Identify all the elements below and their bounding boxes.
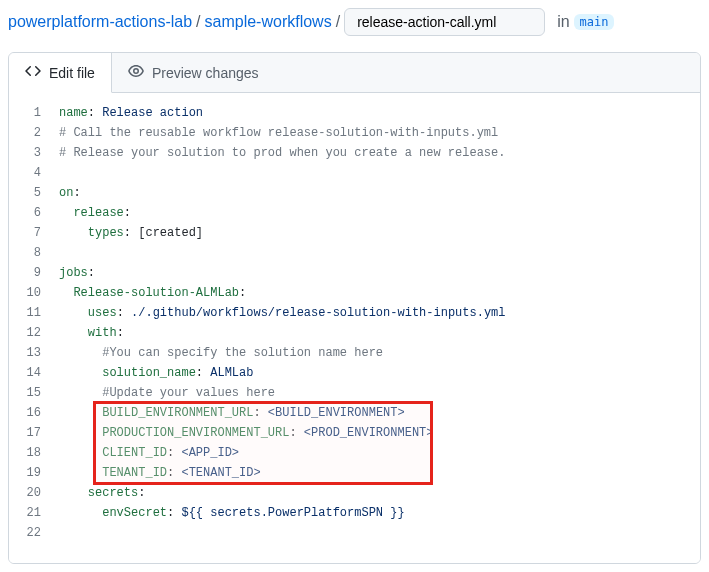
breadcrumb: powerplatform-actions-lab / sample-workf… xyxy=(8,8,701,36)
in-label: in xyxy=(557,13,569,31)
line-number: 5 xyxy=(9,183,41,203)
line-number: 19 xyxy=(9,463,41,483)
line-number: 18 xyxy=(9,443,41,463)
line-number: 9 xyxy=(9,263,41,283)
code-line: release: xyxy=(51,203,700,223)
tab-preview-changes[interactable]: Preview changes xyxy=(112,53,275,92)
tab-edit-label: Edit file xyxy=(49,65,95,81)
code-line: with: xyxy=(51,323,700,343)
code-line: name: Release action xyxy=(51,103,700,123)
code-line: secrets: xyxy=(51,483,700,503)
code-line: envSecret: ${{ secrets.PowerPlatformSPN … xyxy=(51,503,700,523)
code-line: #Update your values here xyxy=(51,383,700,403)
code-line: uses: ./.github/workflows/release-soluti… xyxy=(51,303,700,323)
line-number: 15 xyxy=(9,383,41,403)
line-number: 17 xyxy=(9,423,41,443)
code-line: #You can specify the solution name here xyxy=(51,343,700,363)
line-number: 11 xyxy=(9,303,41,323)
code-line: # Release your solution to prod when you… xyxy=(51,143,700,163)
code-line: solution_name: ALMLab xyxy=(51,363,700,383)
line-number: 22 xyxy=(9,523,41,543)
line-number: 21 xyxy=(9,503,41,523)
code-line: TENANT_ID: <TENANT_ID> xyxy=(51,463,700,483)
code-line: # Call the reusable workflow release-sol… xyxy=(51,123,700,143)
code-line: PRODUCTION_ENVIRONMENT_URL: <PROD_ENVIRO… xyxy=(51,423,700,443)
line-number: 16 xyxy=(9,403,41,423)
code-line: jobs: xyxy=(51,263,700,283)
tab-preview-label: Preview changes xyxy=(152,65,259,81)
line-number: 10 xyxy=(9,283,41,303)
code-line: CLIENT_ID: <APP_ID> xyxy=(51,443,700,463)
branch-label: main xyxy=(574,14,615,30)
filename-input[interactable] xyxy=(344,8,545,36)
line-number: 8 xyxy=(9,243,41,263)
line-number-gutter: 12345678910111213141516171819202122 xyxy=(9,103,51,543)
breadcrumb-separator: / xyxy=(336,13,340,31)
code-line: types: [created] xyxy=(51,223,700,243)
code-line: Release-solution-ALMLab: xyxy=(51,283,700,303)
breadcrumb-repo-link[interactable]: powerplatform-actions-lab xyxy=(8,13,192,31)
code-line xyxy=(51,163,700,183)
line-number: 4 xyxy=(9,163,41,183)
line-number: 13 xyxy=(9,343,41,363)
line-number: 7 xyxy=(9,223,41,243)
eye-icon xyxy=(128,63,144,82)
line-number: 3 xyxy=(9,143,41,163)
code-line: BUILD_ENVIRONMENT_URL: <BUILD_ENVIRONMEN… xyxy=(51,403,700,423)
code-line xyxy=(51,523,700,543)
line-number: 6 xyxy=(9,203,41,223)
line-number: 12 xyxy=(9,323,41,343)
line-number: 1 xyxy=(9,103,41,123)
breadcrumb-separator: / xyxy=(196,13,200,31)
code-line: on: xyxy=(51,183,700,203)
tab-edit-file[interactable]: Edit file xyxy=(9,53,112,93)
code-editor[interactable]: 12345678910111213141516171819202122 name… xyxy=(9,93,700,563)
code-line xyxy=(51,243,700,263)
editor-box: Edit file Preview changes 12345678910111… xyxy=(8,52,701,564)
line-number: 2 xyxy=(9,123,41,143)
line-number: 20 xyxy=(9,483,41,503)
code-lines: name: Release action# Call the reusable … xyxy=(51,103,700,543)
editor-tabs: Edit file Preview changes xyxy=(9,53,700,93)
line-number: 14 xyxy=(9,363,41,383)
code-icon xyxy=(25,63,41,82)
breadcrumb-folder-link[interactable]: sample-workflows xyxy=(205,13,332,31)
